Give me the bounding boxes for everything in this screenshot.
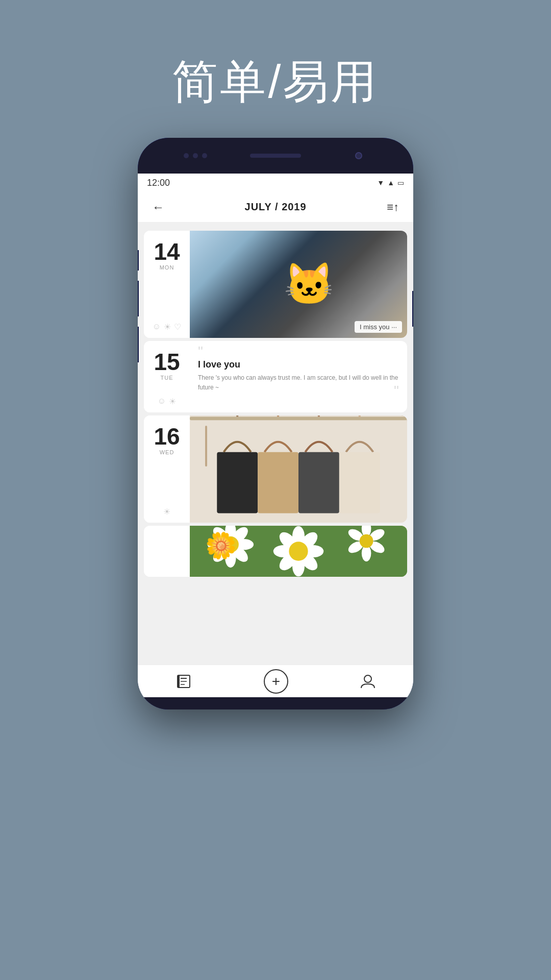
speaker-grille (250, 154, 301, 158)
user-icon (360, 674, 375, 689)
date-number-14: 14 (154, 240, 180, 263)
entry-title-15: I love you (198, 359, 399, 370)
diary-entry-15[interactable]: 15 TUE ☺ ☀ " I love you There 's you who… (144, 341, 407, 412)
diary-entry-16[interactable]: 16 WED ☀ (144, 415, 407, 523)
sort-button[interactable]: ≡↑ (383, 197, 403, 218)
svg-point-20 (222, 536, 239, 553)
date-panel-14: 14 MON ☺ ☀ ♡ (144, 231, 190, 338)
battery-icon: ▭ (397, 179, 404, 187)
date-panel-17 (144, 526, 190, 577)
date-icons-16: ☀ (163, 507, 170, 517)
app-header: ← JULY / 2019 ≡↑ (138, 192, 413, 223)
weather-icon: ☀ (163, 507, 170, 517)
clothes-photo (190, 415, 407, 523)
wifi-icon: ▼ (377, 179, 384, 187)
entries-list[interactable]: 14 MON ☺ ☀ ♡ I miss you ··· (138, 223, 413, 665)
header-title: JULY / 2019 (245, 201, 307, 213)
add-entry-button[interactable]: + (264, 669, 288, 694)
book-icon (176, 673, 192, 690)
photo-content-16 (190, 415, 407, 523)
sensor-dot (202, 153, 207, 158)
nav-book-button[interactable] (171, 669, 196, 694)
flower-photo (190, 526, 407, 577)
status-icons: ▼ ▲ ▭ (377, 179, 404, 187)
date-day-14: MON (160, 264, 174, 271)
back-button[interactable]: ← (148, 196, 168, 218)
svg-point-11 (222, 536, 239, 553)
bottom-navigation: + (138, 665, 413, 697)
phone-screen: 12:00 ▼ ▲ ▭ ← JULY / 2019 ≡↑ 14 MON ☺ (138, 174, 413, 697)
text-content-15: " I love you There 's you who can always… (190, 341, 407, 400)
sensor-dot (193, 153, 198, 158)
date-icons-14: ☺ ☀ ♡ (153, 322, 181, 332)
phone-top-bezel (138, 138, 413, 174)
content-panel-15: " I love you There 's you who can always… (190, 341, 407, 412)
content-panel-17 (190, 526, 407, 577)
diary-entry-17[interactable] (144, 526, 407, 577)
front-camera (355, 152, 362, 159)
phone-bottom-bezel (138, 697, 413, 709)
sensor-dot (184, 153, 189, 158)
svg-point-18 (208, 539, 227, 550)
date-panel-16: 16 WED ☀ (144, 415, 190, 523)
quote-close-icon: " (394, 387, 399, 395)
svg-rect-40 (178, 675, 180, 688)
add-icon: + (272, 673, 280, 690)
status-bar: 12:00 ▼ ▲ ▭ (138, 174, 413, 192)
page-title: 简单/易用 (172, 51, 379, 113)
date-number-15: 15 (154, 350, 180, 374)
power-button (412, 291, 413, 327)
volume-down-button (138, 327, 139, 362)
mood-icon: ☺ (158, 397, 166, 406)
date-icons-15: ☺ ☀ (158, 397, 176, 406)
date-number-16: 16 (154, 425, 180, 448)
date-day-16: WED (160, 449, 174, 455)
volume-up-button (138, 281, 139, 316)
content-panel-14: I miss you ··· (190, 231, 407, 338)
photo-content-14: I miss you ··· (190, 231, 407, 338)
mood-icon: ☺ (153, 322, 161, 332)
svg-rect-3 (217, 452, 258, 513)
svg-point-38 (360, 534, 373, 548)
status-time: 12:00 (147, 178, 170, 188)
svg-point-44 (364, 675, 371, 682)
heart-icon: ♡ (174, 322, 181, 332)
nav-profile-button[interactable] (356, 670, 380, 693)
quote-open-icon: " (198, 348, 399, 355)
content-panel-16 (190, 415, 407, 523)
svg-rect-5 (258, 452, 298, 513)
svg-rect-7 (298, 452, 339, 513)
entry-body-15: There 's you who can always trust me. I … (198, 373, 399, 393)
svg-rect-1 (190, 416, 407, 420)
svg-point-16 (225, 549, 236, 568)
weather-icon: ☀ (169, 397, 176, 406)
date-panel-15: 15 TUE ☺ ☀ (144, 341, 190, 412)
svg-point-30 (289, 542, 308, 560)
front-sensors (184, 153, 207, 158)
photo-caption-14: I miss you ··· (355, 321, 402, 333)
signal-icon: ▲ (387, 179, 394, 187)
diary-entry-14[interactable]: 14 MON ☺ ☀ ♡ I miss you ··· (144, 231, 407, 338)
weather-icon: ☀ (164, 322, 171, 332)
phone-frame: 12:00 ▼ ▲ ▭ ← JULY / 2019 ≡↑ 14 MON ☺ (138, 138, 413, 709)
svg-point-12 (225, 526, 236, 541)
date-day-15: TUE (161, 375, 173, 381)
svg-rect-9 (339, 452, 380, 513)
volume-silent-button (138, 250, 139, 271)
